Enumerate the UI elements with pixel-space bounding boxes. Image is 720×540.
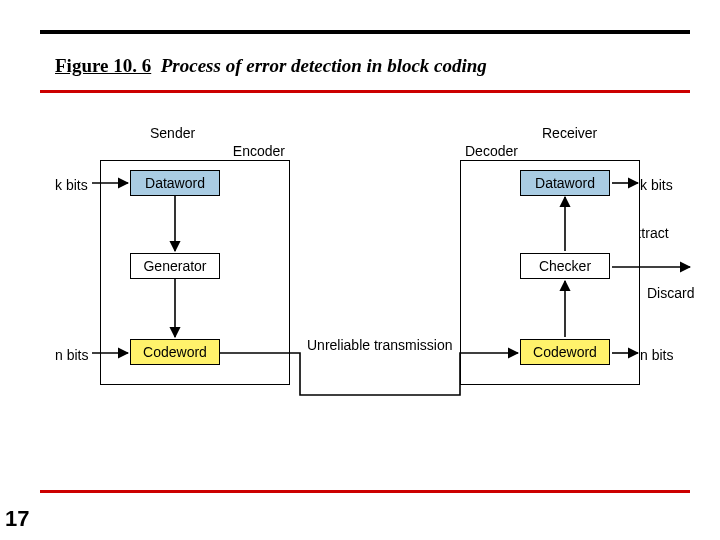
page-number: 17 bbox=[5, 506, 29, 532]
receiver-label: Receiver bbox=[542, 125, 597, 141]
figure-number: Figure 10. 6 bbox=[55, 55, 151, 76]
kbits-right: k bits bbox=[640, 177, 673, 193]
black-rule-top bbox=[40, 30, 690, 34]
discard-label: Discard bbox=[647, 285, 694, 301]
figure-caption: Process of error detection in block codi… bbox=[161, 55, 487, 76]
kbits-left: k bits bbox=[55, 177, 88, 193]
diagram-stage: Sender Receiver k bits k bits n bits n b… bbox=[0, 95, 720, 485]
nbits-left: n bits bbox=[55, 347, 88, 363]
generator-box: Generator bbox=[130, 253, 220, 279]
nbits-right: n bits bbox=[640, 347, 673, 363]
receiver-dataword-box: Dataword bbox=[520, 170, 610, 196]
sender-label: Sender bbox=[150, 125, 195, 141]
sender-dataword-box: Dataword bbox=[130, 170, 220, 196]
red-rule-upper bbox=[40, 90, 690, 93]
transmission-label: Unreliable transmission bbox=[307, 337, 453, 353]
checker-box: Checker bbox=[520, 253, 610, 279]
sender-codeword-box: Codeword bbox=[130, 339, 220, 365]
figure-title: Figure 10. 6 Process of error detection … bbox=[55, 55, 487, 77]
encoder-panel-label: Encoder bbox=[233, 143, 285, 159]
red-rule-lower bbox=[40, 490, 690, 493]
receiver-codeword-box: Codeword bbox=[520, 339, 610, 365]
decoder-panel-label: Decoder bbox=[465, 143, 518, 159]
